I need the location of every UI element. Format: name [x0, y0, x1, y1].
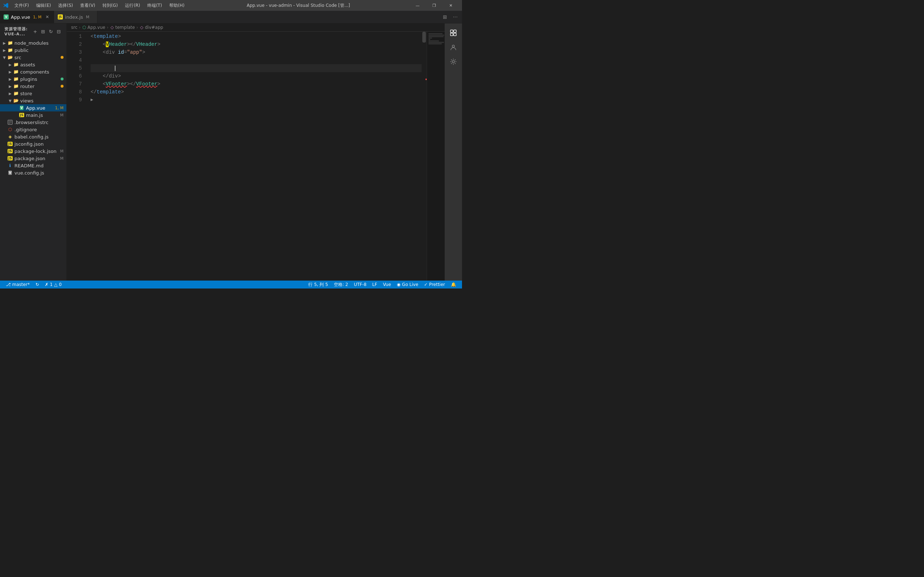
status-prettier[interactable]: ✓ Prettier: [421, 280, 448, 288]
new-file-button[interactable]: +: [32, 29, 39, 35]
breadcrumb-sep2: ›: [107, 25, 109, 30]
folder-icon: 📁: [7, 40, 13, 46]
folder-icon: 📁: [7, 47, 13, 53]
status-branch[interactable]: ⎇ master*: [3, 280, 32, 288]
sidebar-header: 资源管理器: VUE-A... + ⊞ ↻ ⊟: [0, 23, 66, 39]
code-token: >: [118, 32, 121, 40]
menu-help[interactable]: 帮助(H): [166, 2, 187, 10]
sidebar-item-gitignore[interactable]: ⬡ .gitignore: [0, 126, 66, 133]
code-token: ></: [127, 80, 136, 88]
new-folder-button[interactable]: ⊞: [40, 29, 47, 35]
titlebar: 文件(F) 编辑(E) 选择(S) 查看(V) 转到(G) 运行(R) 终端(T…: [0, 0, 462, 11]
tab-app-vue[interactable]: V App.vue 1, M ✕: [0, 11, 54, 23]
tab-index-badge: M: [86, 15, 89, 19]
tab-close-button[interactable]: ✕: [44, 14, 50, 20]
breadcrumb-sep: ›: [79, 25, 81, 30]
right-panel-btn-2[interactable]: [447, 41, 460, 54]
no-arrow: [2, 134, 7, 140]
status-eol[interactable]: LF: [369, 280, 380, 288]
breadcrumb-sep3: ›: [136, 25, 138, 30]
sidebar-item-babel-config[interactable]: ◈ babel.config.js: [0, 133, 66, 140]
status-position[interactable]: 行 5, 列 5: [305, 280, 331, 288]
minimap-line: [428, 39, 430, 40]
tab-index-js[interactable]: JS index.js M: [54, 11, 97, 23]
editor-panel: src › ⬡ App.vue › ◇ template › ◇: [67, 23, 445, 280]
sidebar-item-node-modules[interactable]: ▶ 📁 node_modules: [0, 39, 66, 47]
sidebar-item-assets[interactable]: ▶ 📁 assets: [0, 61, 66, 68]
sidebar-item-jsconfig[interactable]: JS jsconfig.json: [0, 140, 66, 148]
status-language[interactable]: Vue: [380, 280, 394, 288]
status-spaces[interactable]: 空格: 2: [331, 280, 351, 288]
status-errors[interactable]: ✗ 1 △ 0: [42, 280, 65, 288]
more-actions-button[interactable]: ···: [452, 13, 459, 21]
status-sync[interactable]: ↻: [32, 280, 42, 288]
editor-scrollbar[interactable]: [422, 32, 426, 280]
sidebar-item-src[interactable]: ▼ 📂 src: [0, 54, 66, 61]
sidebar-item-package-lock[interactable]: JS package-lock.json M: [0, 148, 66, 155]
menu-terminal[interactable]: 终端(T): [144, 2, 165, 10]
sidebar-item-plugins[interactable]: ▶ 📁 plugins: [0, 76, 66, 82]
status-golive[interactable]: ◉ Go Live: [394, 280, 421, 288]
breadcrumb-template[interactable]: ◇ template: [110, 25, 135, 30]
folder-icon: 📁: [13, 76, 19, 82]
refresh-explorer-button[interactable]: ↻: [48, 29, 54, 35]
sidebar-item-views[interactable]: ▼ 📂 views: [0, 97, 66, 104]
sidebar-item-label: store: [20, 91, 32, 96]
no-arrow: [2, 170, 7, 176]
golive-icon: ◉: [397, 282, 400, 287]
sidebar-item-label: src: [15, 55, 21, 60]
sidebar-item-readme[interactable]: ℹ README.md: [0, 162, 66, 169]
menu-view[interactable]: 查看(V): [77, 2, 98, 10]
sidebar-item-package-json[interactable]: JS package.json M: [0, 155, 66, 162]
expand-arrow: ▶: [2, 40, 7, 46]
split-editor-button[interactable]: ⊞: [441, 13, 449, 21]
template-breadcrumb-icon: ◇: [110, 25, 115, 29]
breadcrumb-appvue[interactable]: ⬡ App.vue: [82, 25, 105, 30]
right-panel-btn-3[interactable]: [447, 55, 460, 68]
code-indent: [90, 72, 103, 80]
breadcrumb-src-label: src: [71, 25, 78, 30]
file-badge: M: [60, 149, 64, 154]
close-button[interactable]: ✕: [443, 0, 459, 11]
spaces-label: 空格: 2: [334, 282, 348, 288]
code-editor[interactable]: <template> <VHeader></VHeader> <div: [85, 32, 422, 280]
sidebar-item-main-js[interactable]: JS main.js M: [0, 111, 66, 119]
svg-point-8: [452, 45, 454, 47]
menu-select[interactable]: 选择(S): [55, 2, 76, 10]
sidebar-item-public[interactable]: ▶ 📁 public: [0, 47, 66, 54]
vue-breadcrumb-icon: ⬡: [82, 25, 86, 29]
right-panel-btn-1[interactable]: [447, 26, 460, 39]
menu-run[interactable]: 运行(R): [122, 2, 143, 10]
sidebar-item-browserslistrc[interactable]: .browserslistrc: [0, 119, 66, 126]
menu-edit[interactable]: 编辑(E): [33, 2, 54, 10]
editor-body[interactable]: 1 2 3 4 5 6 7 8 9 <template>: [67, 32, 445, 280]
sidebar-item-router[interactable]: ▶ 📁 router: [0, 82, 66, 90]
status-encoding[interactable]: UTF-8: [351, 280, 369, 288]
scrollbar-thumb[interactable]: [422, 32, 426, 43]
maximize-button[interactable]: ❐: [426, 0, 443, 11]
sidebar-item-app-vue[interactable]: V App.vue 1, M: [0, 104, 66, 111]
eol-label: LF: [372, 282, 377, 287]
sidebar-item-components[interactable]: ▶ 📁 components: [0, 68, 66, 76]
menu-file[interactable]: 文件(F): [11, 2, 32, 10]
prettier-icon: ✓: [424, 282, 428, 287]
text-file-icon: [7, 119, 13, 125]
sidebar-item-store[interactable]: ▶ 📁 store: [0, 90, 66, 97]
folder-icon: 📁: [13, 69, 19, 75]
sidebar-item-vue-config[interactable]: V vue.config.js: [0, 169, 66, 176]
code-indent: [90, 64, 115, 72]
menu-goto[interactable]: 转到(G): [100, 2, 121, 10]
code-token: </: [90, 88, 97, 96]
minimap-line: [428, 37, 432, 39]
error-icon: ✗: [45, 282, 48, 287]
minimap-line: [428, 35, 444, 36]
no-arrow: [13, 105, 19, 111]
collapse-all-button[interactable]: ⊟: [56, 29, 62, 35]
expand-arrow: ▶: [2, 47, 7, 53]
js-file-icon: JS: [19, 112, 24, 118]
breadcrumb-divapp[interactable]: ◇ div#app: [140, 25, 163, 30]
status-notification[interactable]: 🔔: [448, 280, 459, 288]
minimize-button[interactable]: —: [409, 0, 426, 11]
code-token: ></: [127, 40, 136, 48]
breadcrumb-src[interactable]: src: [71, 25, 78, 30]
